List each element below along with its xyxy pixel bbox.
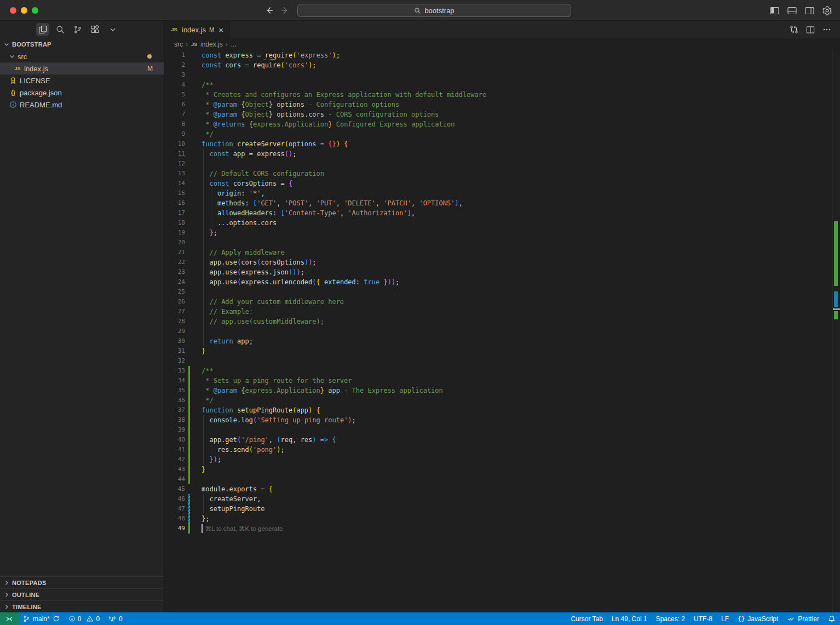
code-line-43[interactable]: 43} bbox=[164, 465, 832, 474]
code-line-21[interactable]: 21 // Apply middleware bbox=[164, 248, 832, 257]
tab-index-js[interactable]: JS index.js M × bbox=[164, 21, 230, 38]
code-line-36[interactable]: 36 */ bbox=[164, 395, 832, 405]
code-line-6[interactable]: 6 * @param {Object} options - Configurat… bbox=[164, 100, 832, 110]
tree-item-license[interactable]: LICENSE bbox=[0, 74, 164, 87]
explorer-icon[interactable] bbox=[36, 23, 49, 36]
code-line-15[interactable]: 15 origin: '*', bbox=[164, 188, 832, 198]
code-line-5[interactable]: 5 * Creates and configures an Express ap… bbox=[164, 90, 832, 100]
eol-status[interactable]: LF bbox=[717, 612, 733, 625]
overview-ruler[interactable] bbox=[832, 50, 840, 612]
extensions-icon[interactable] bbox=[89, 23, 102, 36]
language-mode-status[interactable]: {} JavaScript bbox=[733, 612, 783, 625]
code-line-32[interactable]: 32 bbox=[164, 356, 832, 366]
minimize-window-button[interactable] bbox=[21, 7, 27, 14]
code-line-24[interactable]: 24 app.use(express.urlencoded({ extended… bbox=[164, 277, 832, 287]
code-line-48[interactable]: 48}; bbox=[164, 514, 832, 524]
code-line-25[interactable]: 25 bbox=[164, 287, 832, 297]
code-line-22[interactable]: 22 app.use(cors(corsOptions)); bbox=[164, 257, 832, 267]
close-window-button[interactable] bbox=[10, 7, 16, 14]
code-line-20[interactable]: 20 bbox=[164, 238, 832, 248]
code-line-17[interactable]: 17 allowedHeaders: ['Content-Type', 'Aut… bbox=[164, 208, 832, 218]
code-line-19[interactable]: 19 }; bbox=[164, 228, 832, 238]
code-line-34[interactable]: 34 * Sets up a ping route for the server bbox=[164, 376, 832, 386]
toggle-panel-icon[interactable] bbox=[786, 5, 797, 15]
close-tab-icon[interactable]: × bbox=[218, 26, 223, 34]
code-line-29[interactable]: 29 bbox=[164, 326, 832, 336]
problems-status[interactable]: 0 0 bbox=[64, 612, 104, 625]
ports-status[interactable]: 0 bbox=[104, 612, 127, 625]
code-line-13[interactable]: 13 // Default CORS configuration bbox=[164, 169, 832, 179]
section-outline[interactable]: OUTLINE bbox=[0, 588, 164, 600]
code-line-39[interactable]: 39 bbox=[164, 425, 832, 435]
toggle-primary-sidebar-icon[interactable] bbox=[769, 5, 780, 15]
code-line-33[interactable]: 33/** bbox=[164, 366, 832, 376]
source-control-icon[interactable] bbox=[71, 23, 84, 36]
code-line-8[interactable]: 8 * @returns {express.Application} Confi… bbox=[164, 119, 832, 129]
code-line-41[interactable]: 41 res.send('pong'); bbox=[164, 445, 832, 455]
git-branch-status[interactable]: main* bbox=[19, 612, 64, 625]
code-line-16[interactable]: 16 methods: ['GET', 'POST', 'PUT', 'DELE… bbox=[164, 198, 832, 208]
code-line-28[interactable]: 28 // app.use(customMiddleware); bbox=[164, 317, 832, 326]
code-line-2[interactable]: 2const cors = require('cors'); bbox=[164, 60, 832, 70]
navigate-forward-icon[interactable] bbox=[281, 6, 290, 15]
search-sidebar-icon[interactable] bbox=[54, 23, 67, 36]
code-line-3[interactable]: 3 bbox=[164, 70, 832, 80]
code-line-4[interactable]: 4/** bbox=[164, 80, 832, 90]
cursor-tab-status[interactable]: Cursor Tab bbox=[566, 612, 607, 625]
section-notepads[interactable]: NOTEPADS bbox=[0, 576, 164, 588]
code-line-47[interactable]: 47 setupPingRoute bbox=[164, 504, 832, 514]
line-number: 11 bbox=[164, 149, 186, 159]
gutter-added-mark bbox=[186, 425, 192, 435]
gutter bbox=[186, 307, 192, 317]
code-line-44[interactable]: 44 bbox=[164, 474, 832, 484]
code-line-40[interactable]: 40 app.get('/ping', (req, res) => { bbox=[164, 435, 832, 445]
indentation-status[interactable]: Spaces: 2 bbox=[652, 612, 689, 625]
code-editor[interactable]: 1const express = require('express');2con… bbox=[164, 50, 840, 612]
remote-indicator[interactable] bbox=[0, 612, 19, 625]
code-line-26[interactable]: 26 // Add your custom middleware here bbox=[164, 297, 832, 307]
compare-changes-icon[interactable] bbox=[790, 25, 798, 34]
tree-item-readme-md[interactable]: README.md bbox=[0, 99, 164, 111]
code-line-37[interactable]: 37function setupPingRoute(app) { bbox=[164, 405, 832, 415]
explorer-root-folder[interactable]: BOOTSTRAP bbox=[0, 38, 164, 50]
code-line-18[interactable]: 18 ...options.cors bbox=[164, 218, 832, 228]
code-line-35[interactable]: 35 * @param {express.Application} app - … bbox=[164, 386, 832, 395]
breadcrumb-item-src[interactable]: src bbox=[174, 41, 183, 48]
zoom-window-button[interactable] bbox=[32, 7, 38, 14]
split-editor-icon[interactable] bbox=[806, 26, 815, 34]
code-line-11[interactable]: 11 const app = express(); bbox=[164, 149, 832, 159]
gutter-added-mark bbox=[186, 415, 192, 425]
code-line-12[interactable]: 12 bbox=[164, 159, 832, 169]
breadcrumb-item-symbol[interactable]: … bbox=[231, 41, 237, 48]
navigate-back-icon[interactable] bbox=[264, 6, 273, 15]
command-center-search[interactable]: bootstrap bbox=[297, 4, 571, 17]
code-line-42[interactable]: 42 }); bbox=[164, 455, 832, 465]
code-line-27[interactable]: 27 // Example: bbox=[164, 307, 832, 317]
more-views-chevron-icon[interactable] bbox=[106, 23, 119, 36]
settings-gear-icon[interactable] bbox=[821, 5, 832, 15]
sync-icon[interactable] bbox=[53, 615, 60, 622]
code-line-31[interactable]: 31} bbox=[164, 346, 832, 356]
code-line-46[interactable]: 46 createServer, bbox=[164, 494, 832, 504]
more-actions-icon[interactable] bbox=[822, 25, 831, 34]
code-line-14[interactable]: 14 const corsOptions = { bbox=[164, 179, 832, 188]
tree-item-src[interactable]: src bbox=[0, 50, 164, 62]
code-line-23[interactable]: 23 app.use(express.json()); bbox=[164, 267, 832, 277]
code-line-38[interactable]: 38 console.log('Setting up ping route'); bbox=[164, 415, 832, 425]
code-line-1[interactable]: 1const express = require('express'); bbox=[164, 50, 832, 60]
breadcrumb-item-file[interactable]: index.js bbox=[200, 41, 223, 48]
code-line-49[interactable]: 49 ⌘L to chat, ⌘K to generate bbox=[164, 524, 832, 534]
code-line-7[interactable]: 7 * @param {Object} options.cors - CORS … bbox=[164, 110, 832, 119]
section-timeline[interactable]: TIMELINE bbox=[0, 600, 164, 612]
cursor-position-status[interactable]: Ln 49, Col 1 bbox=[607, 612, 652, 625]
formatter-status[interactable]: Prettier bbox=[783, 612, 824, 625]
toggle-secondary-sidebar-icon[interactable] bbox=[804, 5, 815, 15]
tree-item-index-js[interactable]: JSindex.jsM bbox=[0, 62, 164, 74]
code-line-45[interactable]: 45module.exports = { bbox=[164, 484, 832, 494]
code-line-10[interactable]: 10function createServer(options = {}) { bbox=[164, 139, 832, 149]
notifications-bell[interactable] bbox=[824, 612, 840, 625]
code-line-30[interactable]: 30 return app; bbox=[164, 336, 832, 346]
code-line-9[interactable]: 9 */ bbox=[164, 129, 832, 139]
encoding-status[interactable]: UTF-8 bbox=[689, 612, 717, 625]
tree-item-package-json[interactable]: {}package.json bbox=[0, 87, 164, 99]
